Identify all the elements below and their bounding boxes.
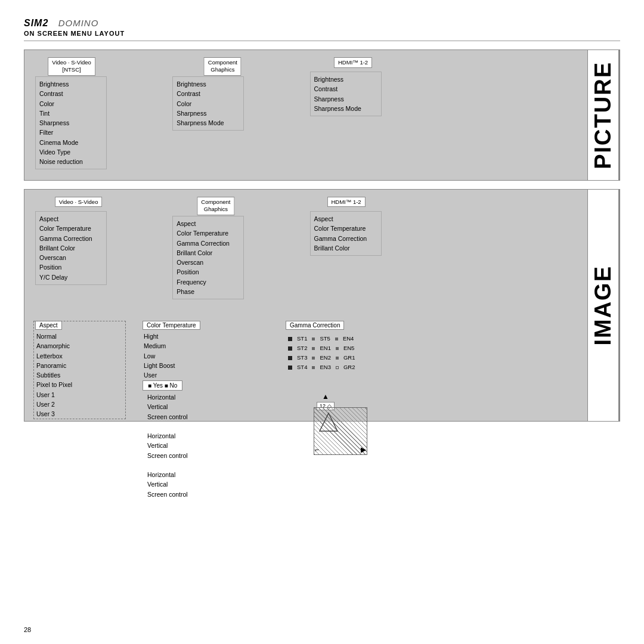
- list-item: Vertical: [147, 479, 188, 489]
- list-item: Noise reduction: [39, 157, 101, 166]
- list-item: Aspect: [314, 214, 376, 224]
- gamma-dot-icon: [312, 338, 315, 340]
- yes-no-container: ■ Yes ■ No: [143, 379, 182, 391]
- list-item: GR2: [343, 363, 355, 372]
- colortemp-title: Color Temperature: [143, 321, 200, 330]
- gamma-title: Gamma Correction: [286, 321, 344, 330]
- list-item: Brillant Color: [39, 243, 101, 253]
- colortemp-items: Hight Medium Low Light Boost User: [143, 332, 200, 380]
- list-item: ST5: [320, 334, 330, 343]
- image-top-col3: HDMI™ 1-2 Aspect Color Temperature Gamma…: [305, 197, 442, 316]
- gamma-dot-icon: [312, 366, 315, 369]
- image-video-header: Video · S-Video: [55, 197, 103, 207]
- image-label: IMAGE: [587, 190, 618, 421]
- list-item: Position: [177, 267, 239, 277]
- list-item: Color: [39, 99, 101, 109]
- image-hdmi-items: Aspect Color Temperature Gamma Correctio…: [310, 211, 382, 256]
- image-component-header: ComponentGhaphics: [197, 197, 234, 215]
- hdmi-header: HDMI™ 1-2: [334, 57, 372, 68]
- gamma-row: ST2 EN1 EN5: [288, 343, 355, 353]
- list-item: Color Temperature: [314, 224, 376, 233]
- picture-content: Video · S-Video[NTSC] Brightness Contras…: [30, 57, 580, 162]
- list-item: Hight: [144, 332, 200, 341]
- picture-col-hdmi: HDMI™ 1-2 Brightness Contrast Sharpness …: [305, 57, 442, 162]
- video-svideo-items: Brightness Contrast Color Tint Sharpness…: [35, 76, 107, 169]
- list-item: Medium: [144, 341, 200, 351]
- list-item: Color Temperature: [39, 224, 101, 233]
- list-item: Phase: [177, 287, 239, 296]
- colortemp-subbox: Color Temperature Hight Medium Low Light…: [143, 321, 200, 380]
- pos-group1: Horizontal Vertical Screen control: [147, 392, 188, 422]
- list-item: Brightness: [39, 79, 101, 89]
- list-item: Contrast: [177, 89, 239, 98]
- list-item: Horizontal: [147, 392, 188, 402]
- list-item: Video Type: [39, 147, 101, 157]
- list-item: Vertical: [147, 402, 188, 411]
- list-item: Contrast: [39, 89, 101, 98]
- gamma-dot-icon: [288, 366, 292, 370]
- component-items: Brightness Contrast Color Sharpness Shar…: [172, 76, 244, 131]
- list-item: Sharpness Mode: [314, 104, 376, 113]
- picture-label-text: PICTURE: [590, 61, 616, 169]
- pos-group3: Horizontal Vertical Screen control: [147, 470, 188, 499]
- image-label-text: IMAGE: [590, 265, 616, 346]
- list-item: Vertical: [147, 441, 188, 450]
- list-item: Contrast: [314, 84, 376, 94]
- list-item: EN1: [320, 343, 330, 353]
- image-video-items: Aspect Color Temperature Gamma Correctio…: [35, 211, 107, 285]
- list-item: ST2: [297, 343, 307, 353]
- gamma-dot-icon: [335, 338, 338, 340]
- yes-no-box: ■ Yes ■ No: [143, 380, 182, 391]
- list-item: Gamma Correction: [39, 234, 101, 243]
- list-item: ST4: [297, 363, 307, 372]
- list-item: Color: [177, 99, 239, 109]
- list-item: Sharpness Mode: [177, 118, 239, 128]
- list-item: Gamma Correction: [314, 234, 376, 243]
- list-item: Aspect: [39, 214, 101, 224]
- down-right-arrow-icon: ▶: [361, 445, 366, 454]
- hdmi-items: Brightness Contrast Sharpness Sharpness …: [310, 72, 382, 116]
- list-item: EN4: [343, 334, 354, 343]
- brand-sim2: SIM2: [24, 18, 48, 28]
- list-item: Frequency: [177, 277, 239, 287]
- image-bottom-aspect-col: Aspect Normal Anamorphic Letterbox Panor…: [30, 321, 138, 524]
- component-header: ComponentGhaphics: [204, 57, 242, 76]
- gamma-dot-icon: [312, 347, 315, 350]
- list-item: Overscan: [177, 258, 239, 267]
- gamma-row: ST4 EN3 GR2: [288, 363, 355, 372]
- list-item: Y/C Delay: [39, 273, 101, 282]
- list-item: Screen control: [147, 451, 188, 460]
- list-item: Brillant Color: [177, 248, 239, 258]
- video-svideo-header: Video · S-Video[NTSC]: [48, 57, 95, 76]
- yes-no-text: ■ Yes ■ No: [148, 382, 177, 389]
- picture-label: PICTURE: [587, 50, 618, 180]
- picture-col-video: Video · S-Video[NTSC] Brightness Contras…: [30, 57, 168, 162]
- list-item: Brightness: [177, 79, 239, 89]
- list-item: Cinema Mode: [39, 138, 101, 147]
- image-top-col2: ComponentGhaphics Aspect Color Temperatu…: [168, 197, 305, 316]
- svg-marker-0: [320, 413, 338, 431]
- list-item: Aspect: [177, 219, 239, 228]
- page-number: 28: [24, 626, 31, 633]
- pos-group2: Horizontal Vertical Screen control: [147, 431, 188, 460]
- picture-col-component: ComponentGhaphics Brightness Contrast Co…: [168, 57, 305, 162]
- list-item: User: [144, 370, 200, 380]
- gamma-dot-icon: [288, 346, 292, 351]
- triangle-icon: [317, 410, 340, 436]
- brand-domino: DOMINO: [58, 18, 99, 28]
- image-hdmi-header: HDMI™ 1-2: [327, 197, 365, 207]
- up-arrow-icon: ▲: [317, 392, 335, 401]
- page-subtitle: ON SCREEN MENU LAYOUT: [24, 30, 620, 37]
- list-item: Horizontal: [147, 470, 188, 479]
- list-item: Overscan: [39, 253, 101, 262]
- image-component-items: Aspect Color Temperature Gamma Correctio…: [172, 216, 244, 299]
- gamma-dot-icon: [312, 357, 315, 360]
- hatched-area: ▶ ⌐: [314, 407, 367, 455]
- list-item: GR1: [343, 353, 355, 363]
- gamma-dot-icon: [288, 337, 292, 341]
- gamma-grid: ST1 ST5 EN4 ST2 EN1: [286, 334, 355, 373]
- image-top-empty: [442, 197, 580, 316]
- page: SIM2 DOMINO ON SCREEN MENU LAYOUT Video …: [0, 0, 644, 448]
- list-item: EN5: [343, 343, 354, 353]
- list-item: Gamma Correction: [177, 239, 239, 248]
